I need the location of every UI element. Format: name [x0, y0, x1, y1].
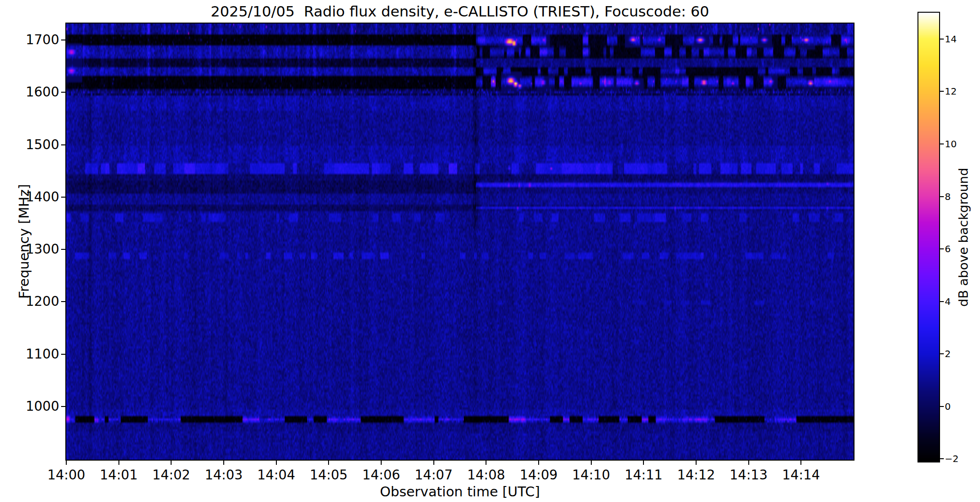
colorbar-tick-mark	[940, 248, 944, 249]
y-tick-mark	[61, 249, 65, 250]
x-tick-mark	[381, 461, 382, 465]
y-tick-label: 1200	[9, 294, 59, 309]
colorbar-tick-mark	[940, 143, 944, 144]
y-tick-label: 1500	[9, 137, 59, 152]
y-tick-label: 1600	[9, 84, 59, 100]
x-tick-label: 14:09	[520, 467, 558, 483]
colorbar-tick-mark	[940, 458, 944, 459]
y-tick-mark	[61, 92, 65, 93]
y-tick-mark	[61, 40, 65, 40]
x-tick-label: 14:02	[152, 467, 190, 483]
y-tick-label: 1400	[9, 189, 59, 205]
y-tick-label: 1700	[9, 32, 59, 48]
x-tick-mark	[538, 461, 539, 465]
colorbar-tick-mark	[940, 39, 944, 40]
y-tick-label: 1000	[9, 398, 59, 414]
x-tick-label: 14:03	[205, 467, 243, 483]
y-tick-mark	[61, 301, 65, 302]
colorbar-tick-label: 14	[945, 33, 956, 45]
x-tick-label: 14:14	[782, 467, 820, 483]
x-tick-mark	[433, 461, 434, 465]
x-tick-mark	[328, 461, 329, 465]
x-tick-label: 14:01	[100, 467, 138, 483]
colorbar-tick-label: 8	[945, 191, 951, 202]
x-tick-label: 14:00	[47, 467, 86, 483]
colorbar-tick-mark	[940, 301, 944, 302]
x-tick-mark	[223, 461, 224, 465]
colorbar-tick-label: 12	[945, 86, 956, 97]
x-tick-mark	[171, 461, 172, 465]
colorbar-tick-label: −2	[945, 453, 958, 464]
spectrogram-figure: 2025/10/05 Radio flux density, e-CALLIST…	[0, 0, 980, 502]
x-tick-label: 14:06	[362, 467, 400, 483]
colorbar-tick-mark	[940, 91, 944, 92]
x-tick-mark	[118, 461, 119, 465]
colorbar-tick-label: 0	[945, 401, 951, 412]
x-tick-mark	[643, 461, 644, 465]
colorbar-tick-label: 2	[945, 348, 951, 359]
chart-title: 2025/10/05 Radio flux density, e-CALLIST…	[66, 3, 854, 20]
y-tick-mark	[61, 144, 65, 145]
x-tick-label: 14:12	[677, 467, 715, 483]
x-tick-mark	[748, 461, 749, 465]
x-tick-label: 14:07	[415, 467, 453, 483]
colorbar-tick-mark	[940, 196, 944, 197]
x-tick-label: 14:10	[572, 467, 610, 483]
x-tick-mark	[66, 461, 67, 465]
colorbar-tick-label: 4	[945, 296, 951, 307]
spectrogram-canvas	[66, 24, 854, 460]
colorbar-tick-label: 10	[945, 138, 956, 150]
x-tick-label: 14:13	[729, 467, 768, 483]
x-tick-mark	[486, 461, 486, 465]
x-tick-label: 14:08	[467, 467, 505, 483]
x-tick-mark	[591, 461, 592, 465]
x-tick-mark	[276, 461, 277, 465]
x-tick-mark	[696, 461, 697, 465]
y-tick-mark	[61, 354, 65, 355]
y-tick-label: 1100	[9, 346, 59, 362]
x-tick-label: 14:05	[310, 467, 348, 483]
x-axis-label: Observation time [UTC]	[66, 484, 854, 500]
colorbar-label: dB above background	[953, 13, 973, 462]
y-tick-mark	[61, 406, 65, 407]
colorbar-gradient	[918, 13, 939, 462]
y-tick-mark	[61, 197, 65, 198]
x-tick-label: 14:04	[257, 467, 295, 483]
colorbar-tick-mark	[940, 406, 944, 407]
x-tick-mark	[800, 461, 801, 465]
colorbar-tick-mark	[940, 353, 944, 354]
x-tick-label: 14:11	[625, 467, 663, 483]
colorbar-tick-label: 6	[945, 243, 951, 255]
y-tick-label: 1300	[9, 241, 59, 257]
